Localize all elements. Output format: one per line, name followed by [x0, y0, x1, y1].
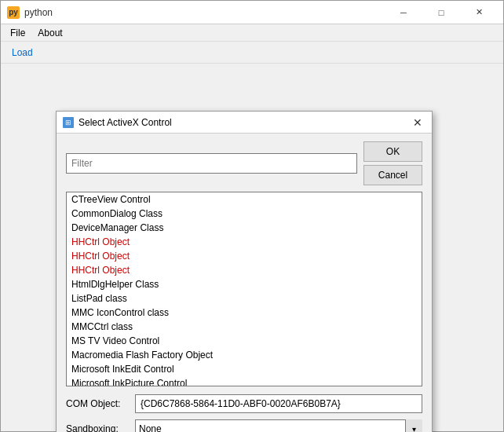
title-bar: py python ─ □ ✕	[1, 1, 503, 24]
list-container-row: CTreeView ControlCommonDialog ClassDevic…	[66, 192, 422, 386]
python-icon: py	[7, 6, 20, 19]
sandboxing-label: Sandboxing:	[66, 423, 129, 432]
sandboxing-select-container: NoneRestrictedCustom ▾	[135, 419, 422, 432]
window-title: python	[24, 7, 53, 18]
menu-item-about[interactable]: About	[31, 26, 68, 40]
list-item[interactable]: MMCCtrl class	[67, 320, 422, 334]
list-item[interactable]: HHCtrl Object	[67, 235, 422, 249]
list-item[interactable]: MMC IconControl class	[67, 306, 422, 320]
dialog-title: Select ActiveX Control	[79, 117, 172, 128]
close-window-button[interactable]: ✕	[461, 5, 497, 20]
list-item[interactable]: CTreeView Control	[67, 192, 422, 207]
com-object-label: COM Object:	[66, 398, 129, 409]
title-bar-left: py python	[7, 6, 53, 19]
filter-row: OK Cancel	[66, 141, 422, 185]
load-button[interactable]: Load	[7, 46, 38, 60]
dialog-content: OK Cancel CTreeView ControlCommonDialog …	[57, 134, 432, 432]
title-bar-controls: ─ □ ✕	[385, 5, 497, 20]
list-item[interactable]: MS TV Video Control	[67, 334, 422, 348]
list-item[interactable]: Microsoft InkEdit Control	[67, 362, 422, 376]
com-object-row: COM Object:	[66, 394, 422, 413]
button-column: OK Cancel	[363, 141, 422, 185]
sandboxing-select[interactable]: NoneRestrictedCustom	[135, 419, 422, 432]
select-activex-dialog: ⊞ Select ActiveX Control ✕ OK Cancel	[56, 111, 433, 432]
menu-item-file[interactable]: File	[4, 26, 31, 40]
toolbar: Load	[1, 42, 503, 64]
dialog-close-button[interactable]: ✕	[410, 115, 425, 130]
com-object-input[interactable]	[135, 394, 422, 413]
filter-input[interactable]	[66, 153, 357, 174]
activex-list[interactable]: CTreeView ControlCommonDialog ClassDevic…	[66, 192, 422, 386]
dialog-title-left: ⊞ Select ActiveX Control	[63, 117, 172, 128]
sandboxing-row: Sandboxing: NoneRestrictedCustom ▾	[66, 419, 422, 432]
list-item[interactable]: Macromedia Flash Factory Object	[67, 348, 422, 362]
list-item[interactable]: HHCtrl Object	[67, 249, 422, 263]
list-item[interactable]: DeviceManager Class	[67, 221, 422, 235]
menu-bar: File About	[1, 24, 503, 42]
ok-button[interactable]: OK	[363, 141, 422, 162]
main-window: py python ─ □ ✕ File About Load ⊞	[0, 0, 504, 432]
list-item[interactable]: Microsoft InkPicture Control	[67, 376, 422, 386]
list-item[interactable]: CommonDialog Class	[67, 207, 422, 221]
list-item[interactable]: HHCtrl Object	[67, 263, 422, 277]
dialog-icon: ⊞	[63, 117, 74, 128]
main-area: ⊞ Select ActiveX Control ✕ OK Cancel	[1, 64, 503, 431]
list-item[interactable]: ListPad class	[67, 291, 422, 306]
dialog-titlebar: ⊞ Select ActiveX Control ✕	[57, 112, 432, 134]
maximize-button[interactable]: □	[423, 5, 459, 20]
list-item[interactable]: HtmlDlgHelper Class	[67, 277, 422, 291]
minimize-button[interactable]: ─	[385, 5, 422, 20]
cancel-button[interactable]: Cancel	[363, 165, 422, 185]
